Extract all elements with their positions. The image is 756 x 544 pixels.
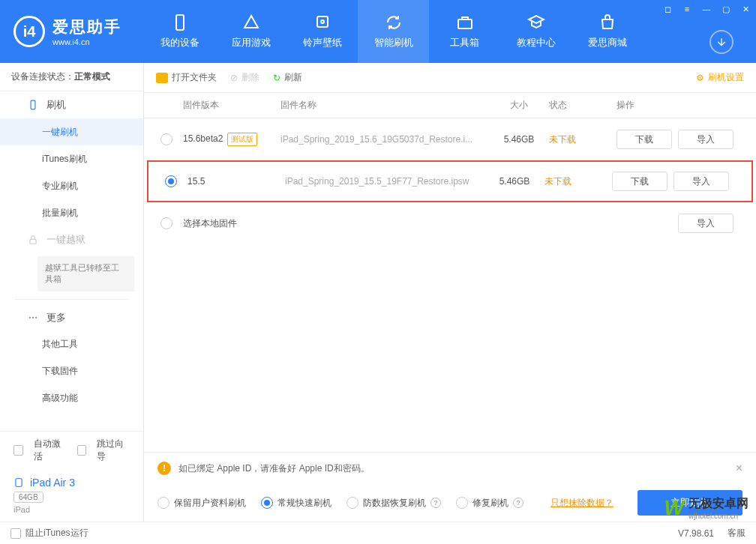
auto-activate-checkbox[interactable] [14, 445, 23, 456]
svg-rect-3 [458, 19, 472, 28]
import-button[interactable]: 导入 [674, 172, 729, 191]
sidebar-item-advanced[interactable]: 高级功能 [0, 385, 143, 412]
erase-link[interactable]: 只想抹除数据？ [550, 497, 614, 510]
skip-guide-checkbox[interactable] [77, 445, 87, 456]
capacity-badge: 64GB [14, 492, 44, 503]
close-icon[interactable]: ✕ [740, 3, 752, 15]
device-info: iPad Air 3 64GB iPad [0, 469, 143, 522]
phone-icon [27, 99, 39, 111]
prevent-itunes[interactable]: 阻止iTunes运行 [10, 527, 88, 540]
watermark: W 无极安卓网 wjhotel.com.cn [664, 496, 748, 520]
table-header: 固件版本 固件名称 大小 状态 操作 [144, 93, 756, 118]
sidebar-item-other-tools[interactable]: 其他工具 [0, 331, 143, 358]
opt-keep-data[interactable]: 保留用户资料刷机 [158, 497, 246, 510]
nav-tabs: 我的设备 应用游戏 铃声壁纸 智能刷机 工具箱 教程中心 爱思商城 [144, 0, 643, 63]
download-button[interactable]: 下载 [612, 172, 668, 191]
tab-store[interactable]: 爱思商城 [572, 0, 643, 63]
svg-rect-5 [30, 239, 36, 244]
opt-quick[interactable]: 常规快速刷机 [261, 497, 332, 510]
opt-anti-recovery[interactable]: 防数据恢复刷机? [346, 497, 441, 510]
tab-my-device[interactable]: 我的设备 [144, 0, 215, 63]
sidebar-item-download[interactable]: 下载固件 [0, 358, 143, 385]
logo-area: i4 爱思助手 www.i4.cn [0, 0, 144, 63]
folder-icon [156, 73, 168, 83]
sidebar-more-group[interactable]: 更多 [0, 304, 143, 331]
refresh-icon: ↻ [273, 73, 280, 83]
jailbreak-note: 越狱工具已转移至工具箱 [38, 256, 134, 291]
sidebar-item-batch[interactable]: 批量刷机 [0, 199, 143, 226]
local-firmware-row[interactable]: 选择本地固件 导入 [144, 202, 756, 244]
more-icon [27, 312, 39, 324]
tab-tutorials[interactable]: 教程中心 [500, 0, 572, 63]
firmware-row-selected[interactable]: 15.5 iPad_Spring_2019_15.5_19F77_Restore… [147, 160, 753, 202]
warning-icon: ! [158, 462, 171, 475]
radio[interactable] [160, 217, 172, 229]
app-name: 爱思助手 [52, 16, 122, 37]
tab-toolbox[interactable]: 工具箱 [429, 0, 500, 63]
gear-icon: ⚙ [696, 73, 704, 83]
opt-repair[interactable]: 修复刷机? [456, 497, 524, 510]
version-label: V7.98.61 [678, 528, 714, 539]
skin-icon[interactable]: ◻ [662, 3, 674, 15]
main-panel: 打开文件夹 ⊘删除 ↻刷新 ⚙刷机设置 固件版本 固件名称 大小 状态 操作 1… [144, 63, 756, 522]
svg-point-8 [35, 317, 37, 318]
sync-icon[interactable] [710, 30, 734, 54]
sidebar-item-pro[interactable]: 专业刷机 [0, 172, 143, 199]
service-link[interactable]: 客服 [728, 527, 746, 540]
import-button[interactable]: 导入 [678, 130, 734, 149]
help-icon[interactable]: ? [430, 498, 441, 508]
toolbar: 打开文件夹 ⊘删除 ↻刷新 ⚙刷机设置 [144, 63, 756, 93]
sidebar: 设备连接状态：正常模式 刷机 一键刷机 iTunes刷机 专业刷机 批量刷机 一… [0, 63, 144, 522]
app-header: i4 爱思助手 www.i4.cn 我的设备 应用游戏 铃声壁纸 智能刷机 工具… [0, 0, 756, 63]
close-notice-button[interactable]: × [736, 462, 742, 475]
minimize-icon[interactable]: — [700, 3, 712, 15]
notice-bar: ! 如已绑定 Apple ID，请准备好 Apple ID和密码。 × [144, 453, 756, 484]
firmware-row[interactable]: 15.6beta2测试版 iPad_Spring_2019_15.6_19G50… [144, 118, 756, 160]
delete-icon: ⊘ [230, 73, 238, 83]
sidebar-checks: 自动激活 跳过向导 [0, 431, 143, 469]
app-url: www.i4.cn [52, 37, 122, 46]
svg-rect-4 [31, 100, 35, 109]
import-button[interactable]: 导入 [678, 214, 734, 233]
tab-ringtones[interactable]: 铃声壁纸 [286, 0, 358, 63]
svg-point-6 [29, 317, 31, 318]
svg-point-7 [32, 317, 34, 318]
sidebar-item-oneclick[interactable]: 一键刷机 [0, 118, 143, 145]
delete-button[interactable]: ⊘删除 [230, 71, 260, 84]
flash-settings-button[interactable]: ⚙刷机设置 [696, 71, 744, 84]
open-folder-button[interactable]: 打开文件夹 [156, 71, 217, 84]
lock-icon [27, 234, 39, 246]
footer-bar: 阻止iTunes运行 V7.98.61 客服 [0, 522, 756, 544]
connection-status: 设备连接状态：正常模式 [0, 63, 143, 91]
svg-rect-1 [317, 16, 328, 27]
sidebar-item-itunes[interactable]: iTunes刷机 [0, 145, 143, 172]
tab-apps[interactable]: 应用游戏 [215, 0, 286, 63]
download-button[interactable]: 下载 [616, 130, 672, 149]
radio[interactable] [165, 175, 177, 187]
svg-rect-9 [16, 479, 22, 487]
watermark-logo-icon: W [664, 496, 684, 520]
sidebar-jailbreak: 一键越狱 [0, 226, 143, 253]
svg-point-2 [321, 20, 324, 23]
menu-icon[interactable]: ≡ [681, 3, 693, 15]
sidebar-flash-group[interactable]: 刷机 [0, 91, 143, 118]
svg-rect-0 [176, 15, 184, 30]
help-icon[interactable]: ? [513, 498, 524, 508]
maximize-icon[interactable]: ▢ [720, 3, 732, 15]
refresh-button[interactable]: ↻刷新 [273, 71, 302, 84]
logo-icon: i4 [14, 16, 45, 47]
test-tag: 测试版 [227, 133, 257, 146]
radio[interactable] [160, 133, 172, 145]
tablet-icon [14, 477, 24, 488]
tab-flash[interactable]: 智能刷机 [358, 0, 429, 63]
window-controls: ◻ ≡ — ▢ ✕ [662, 3, 752, 15]
